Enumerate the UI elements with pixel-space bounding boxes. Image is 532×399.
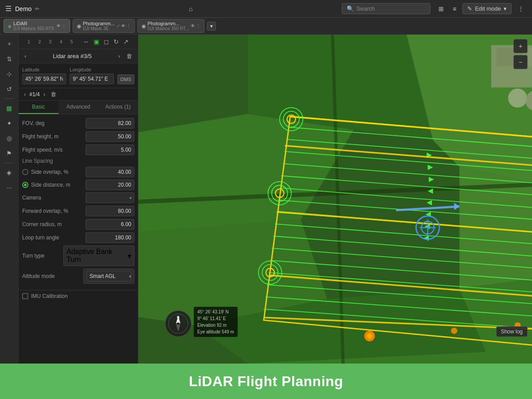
map-zoom-out-btn[interactable]: − <box>513 55 528 69</box>
side-overlap-input[interactable] <box>86 167 134 177</box>
waypoint-next-btn[interactable]: › <box>116 52 122 60</box>
longitude-input[interactable] <box>70 74 113 84</box>
imu-calibration-row: IMU Calibration <box>19 290 138 302</box>
tab-photo1-eye-icon[interactable]: 👁 <box>121 23 125 28</box>
turn-type-chevron-icon: ▾ <box>128 252 131 260</box>
top-bar-right: ⊞ ≡ ✎ Edit mode ▾ ⋮ <box>436 3 527 14</box>
flight-speed-input[interactable] <box>86 145 134 155</box>
step-action-icons: ↔ ▣ ◻ ↻ ↗ <box>82 37 129 46</box>
dms-toggle-button[interactable]: DMS <box>117 74 134 84</box>
sidebar-shapes-btn[interactable]: ◈ <box>3 166 16 179</box>
altitude-mode-dropdown[interactable]: Smart AGL AGL ASL ▾ <box>83 269 134 284</box>
tab-actions[interactable]: Actions (1) <box>98 101 138 114</box>
side-distance-row: Side distance, m <box>22 180 134 190</box>
step-icon-shape[interactable]: ◻ <box>103 37 110 46</box>
sidebar-move-btn[interactable]: ⇅ <box>3 52 16 66</box>
step-5[interactable]: 5 <box>69 39 75 45</box>
sidebar-view-btn[interactable]: ◎ <box>3 132 16 145</box>
waypoint-delete-btn[interactable]: 🗑 <box>124 52 134 60</box>
imu-calibration-checkbox[interactable] <box>22 293 28 299</box>
tab-lidar-more-icon[interactable]: ⋮ <box>62 23 66 28</box>
camera-dropdown-container: ▾ <box>86 192 134 203</box>
panel-tabs: Basic Advanced Actions (1) <box>19 101 138 114</box>
wp-nav-next-btn[interactable]: › <box>42 90 47 98</box>
waypoint-prev-btn[interactable]: ‹ <box>22 52 28 60</box>
step-indicators-bar: 1 2 3 4 5 ↔ ▣ ◻ ↻ ↗ <box>19 35 138 49</box>
tab-lidar-icon: ◈ <box>8 23 12 29</box>
step-1[interactable]: 1 <box>26 39 32 45</box>
bookmark-icon-btn[interactable]: ⊞ <box>436 4 446 14</box>
coords-lat: 45° 26' 43.19' N <box>197 309 234 315</box>
tabs-expand-button[interactable]: ▾ <box>207 22 216 31</box>
tab-photo2-more-icon[interactable]: ⋮ <box>196 23 200 28</box>
side-overlap-radio[interactable] <box>22 169 28 175</box>
wp-nav-delete-btn[interactable]: 🗑 <box>51 91 56 98</box>
svg-point-72 <box>451 328 457 334</box>
more-options-icon[interactable]: ⋮ <box>515 4 527 14</box>
coordinates-section: Latitude Longitude DMS <box>19 63 138 88</box>
layers-icon-btn[interactable]: ≡ <box>450 4 459 14</box>
tab-basic[interactable]: Basic <box>19 101 59 114</box>
show-log-button[interactable]: Show log <box>496 326 528 337</box>
step-2[interactable]: 2 <box>36 39 43 45</box>
edit-mode-chevron: ▾ <box>504 5 507 12</box>
sidebar-flag-btn[interactable]: ⚑ <box>3 147 16 160</box>
tab-photo1-label: Photogramm... <box>83 21 115 26</box>
tab-lidar-sublabel: DJI Matrice 350 RTK <box>13 26 55 31</box>
mission-tab-lidar[interactable]: ◈ LiDAR DJI Matrice 350 RTK 👁 ⋮ <box>4 19 70 33</box>
menu-icon[interactable]: ☰ <box>5 4 12 13</box>
forward-overlap-label: Forward overlap, % <box>22 208 86 214</box>
flight-height-input[interactable] <box>86 131 134 142</box>
left-sidebar: ＋ ⇅ ⊹ ↺ ▦ ✦ ◎ ⚑ ◈ ··· <box>0 35 19 364</box>
turn-type-value: Adaptive Bank Turn <box>66 248 128 264</box>
step-3[interactable]: 3 <box>47 39 53 45</box>
loop-turn-angle-input[interactable] <box>86 232 134 243</box>
latitude-label: Latitude <box>22 67 66 72</box>
tab-photo2-eye-icon[interactable]: 👁 <box>191 23 195 28</box>
wp-nav-prev-btn[interactable]: ‹ <box>22 90 27 98</box>
sidebar-undo-btn[interactable]: ↺ <box>3 82 16 96</box>
corner-radius-input[interactable] <box>86 219 134 230</box>
latitude-input[interactable] <box>22 74 66 84</box>
coords-display: 45° 26' 43.19' N 9° 46' 11.41' E Elevati… <box>194 307 238 337</box>
sidebar-cursor-btn[interactable]: ⊹ <box>3 67 16 81</box>
forward-overlap-input[interactable] <box>86 206 134 216</box>
mission-tab-photogramm2[interactable]: ◉ Photogramm... DJI Matrice 350 RT... 👁 … <box>137 19 204 33</box>
turn-type-dropdown[interactable]: Adaptive Bank Turn ▾ <box>63 246 134 266</box>
fov-input[interactable] <box>86 118 134 129</box>
side-overlap-label: Side overlap, % <box>31 169 83 175</box>
map-area[interactable]: + − N 45° 26' 43.19' N 9° 46' 11.41' E E… <box>138 35 532 364</box>
search-box[interactable]: 🔍 Search <box>342 3 430 14</box>
home-icon-btn[interactable]: ⌂ <box>186 4 195 14</box>
step-icon-export[interactable]: ↗ <box>122 37 129 46</box>
camera-select[interactable] <box>86 192 134 203</box>
mission-tab-photogramm1[interactable]: ◉ Photogramm... DJI Mavic 3E ✓ 👁 ⋮ <box>73 19 135 33</box>
coords-eye-altitude: Eye altitude 549 m <box>197 329 234 335</box>
edit-title-icon[interactable]: ✏ <box>35 6 39 12</box>
tab-photo1-more-icon[interactable]: ⋮ <box>126 23 131 28</box>
step-icon-resize[interactable]: ↔ <box>82 37 90 46</box>
main-area: ＋ ⇅ ⊹ ↺ ▦ ✦ ◎ ⚑ ◈ ··· 1 2 3 4 5 ↔ ▣ ◻ ↻ <box>0 35 532 364</box>
tab-advanced[interactable]: Advanced <box>59 101 98 114</box>
longitude-label: Longitude <box>70 67 113 72</box>
step-icon-grid[interactable]: ▣ <box>93 37 100 46</box>
sidebar-more-btn[interactable]: ··· <box>3 181 16 194</box>
sidebar-add-btn[interactable]: ＋ <box>3 37 16 51</box>
step-icon-rotate[interactable]: ↻ <box>113 37 120 46</box>
flight-speed-row: Flight speed, m/s <box>22 145 134 155</box>
tab-lidar-eye-icon[interactable]: 👁 <box>56 23 61 28</box>
flight-speed-label: Flight speed, m/s <box>22 147 86 153</box>
side-distance-input[interactable] <box>86 180 134 190</box>
wp-counter-label: #1/4 <box>29 91 39 98</box>
sidebar-route-btn[interactable]: ✦ <box>3 117 16 130</box>
top-bar-left: ☰ Demo ✏ <box>5 4 39 13</box>
map-zoom-in-btn[interactable]: + <box>513 39 528 53</box>
step-4[interactable]: 4 <box>58 39 64 45</box>
waypoint-header: ‹ Lidar area #3/5 › 🗑 <box>19 49 138 63</box>
sidebar-layers-btn[interactable]: ▦ <box>3 102 16 115</box>
coords-lon: 9° 46' 11.41' E <box>197 315 234 322</box>
side-distance-radio[interactable] <box>22 182 28 188</box>
altitude-mode-select[interactable]: Smart AGL AGL ASL <box>86 271 131 282</box>
edit-mode-button[interactable]: ✎ Edit mode ▾ <box>462 3 512 14</box>
fov-label: FOV, deg <box>22 120 86 126</box>
